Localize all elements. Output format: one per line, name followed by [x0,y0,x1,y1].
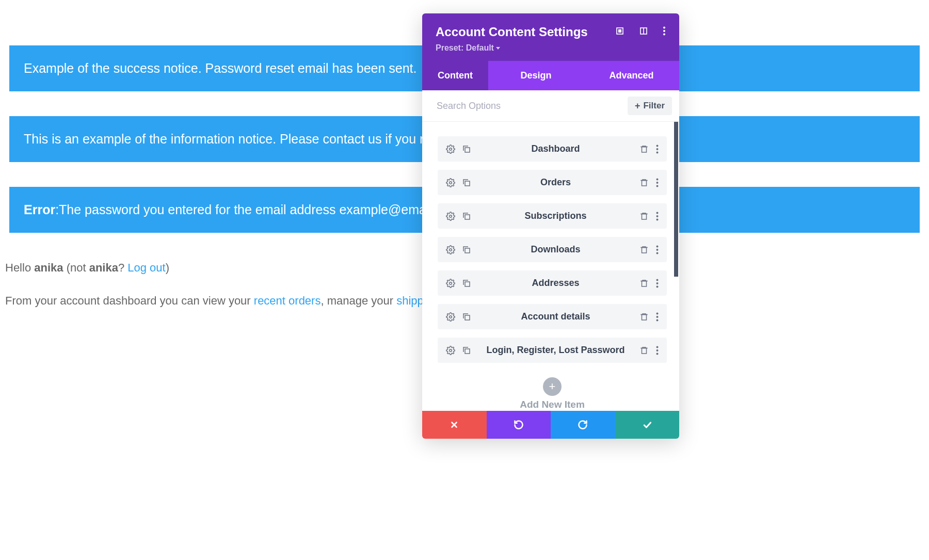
svg-point-46 [656,346,659,348]
svg-point-11 [656,148,659,150]
gear-icon[interactable] [446,145,455,154]
preset-selector[interactable]: Preset: Default [436,43,666,53]
svg-point-41 [656,316,659,318]
svg-point-7 [450,148,452,150]
list-item[interactable]: Orders [438,170,667,195]
more-icon[interactable] [656,346,659,355]
panel-title: Account Content Settings [436,25,588,39]
logout-link[interactable]: Log out [127,261,165,274]
duplicate-icon[interactable] [461,245,472,254]
svg-point-30 [656,252,659,254]
svg-point-19 [450,215,452,217]
list-item[interactable]: Subscriptions [438,203,667,229]
svg-point-23 [656,215,659,217]
svg-rect-26 [465,248,470,253]
recent-orders-link[interactable]: recent orders [254,294,321,307]
list-item[interactable]: Dashboard [438,136,667,162]
username-repeat: anika [89,261,118,274]
snap-icon[interactable] [639,26,648,38]
svg-rect-20 [465,215,470,219]
duplicate-icon[interactable] [461,346,472,355]
more-icon[interactable] [663,26,666,38]
panel-header: Account Content Settings Preset: Default [422,13,679,61]
more-icon[interactable] [656,178,659,187]
list-item-label: Addresses [472,278,639,289]
list-item[interactable]: Addresses [438,270,667,296]
list-item[interactable]: Downloads [438,237,667,262]
duplicate-icon[interactable] [461,178,472,187]
svg-point-5 [663,30,665,32]
gear-icon[interactable] [446,245,455,254]
svg-point-13 [450,181,452,184]
more-icon[interactable] [656,212,659,221]
svg-rect-15 [642,180,647,186]
trash-icon[interactable] [639,178,649,187]
plus-icon: + [635,101,640,110]
dashboard-mid: , manage your [321,294,396,307]
more-icon[interactable] [656,245,659,254]
svg-point-25 [450,248,452,251]
tabs: Content Design Advanced [422,61,679,90]
items-scroll-area: DashboardOrdersSubscriptionsDownloadsAdd… [422,122,679,411]
svg-rect-1 [619,30,621,33]
trash-icon[interactable] [639,145,649,154]
duplicate-icon[interactable] [461,145,472,154]
svg-point-31 [450,282,452,284]
svg-point-10 [656,145,659,147]
svg-point-6 [663,34,665,36]
duplicate-icon[interactable] [461,279,472,288]
add-item-button[interactable]: + [543,377,562,396]
duplicate-icon[interactable] [461,312,472,322]
gear-icon[interactable] [446,279,455,288]
list-item[interactable]: Account details [438,304,667,329]
filter-button[interactable]: + Filter [628,97,672,115]
expand-icon[interactable] [615,26,624,38]
svg-point-12 [656,151,659,153]
scrollbar-thumb[interactable] [674,122,678,277]
more-icon[interactable] [656,279,659,288]
trash-icon[interactable] [639,245,649,254]
filter-label: Filter [643,101,665,111]
tab-content[interactable]: Content [422,61,488,90]
svg-point-24 [656,218,659,220]
list-item[interactable]: Login, Register, Lost Password [438,338,667,363]
svg-rect-32 [465,282,470,286]
success-notice-text: Example of the success notice. Password … [24,61,417,75]
svg-point-4 [663,27,665,29]
svg-rect-8 [465,148,470,152]
svg-point-36 [656,285,659,287]
trash-icon[interactable] [639,346,649,355]
tab-design[interactable]: Design [488,61,584,90]
search-input[interactable] [437,101,628,111]
svg-point-42 [656,319,659,321]
svg-point-47 [656,349,659,351]
list-item-label: Account details [472,311,639,322]
gear-icon[interactable] [446,212,455,221]
svg-point-29 [656,249,659,251]
list-item-label: Subscriptions [472,211,639,221]
list-item-label: Dashboard [472,143,639,154]
list-item-label: Orders [472,177,639,188]
duplicate-icon[interactable] [461,212,472,221]
dashboard-prefix: From your account dashboard you can view… [5,294,254,307]
not-prefix: (not [63,261,89,274]
svg-point-35 [656,282,659,284]
svg-rect-38 [465,315,470,320]
gear-icon[interactable] [446,312,455,322]
gear-icon[interactable] [446,346,455,355]
error-label: Error [24,202,55,217]
svg-point-48 [656,353,659,355]
svg-rect-39 [642,314,647,320]
more-icon[interactable] [656,145,659,154]
trash-icon[interactable] [639,212,649,221]
tab-advanced[interactable]: Advanced [584,61,679,90]
preset-label: Preset: Default [436,43,494,53]
trash-icon[interactable] [639,312,649,322]
svg-rect-27 [642,247,647,253]
svg-rect-33 [642,281,647,286]
svg-point-17 [656,182,659,184]
more-icon[interactable] [656,312,659,322]
gear-icon[interactable] [446,178,455,187]
trash-icon[interactable] [639,279,649,288]
svg-rect-9 [642,147,647,152]
